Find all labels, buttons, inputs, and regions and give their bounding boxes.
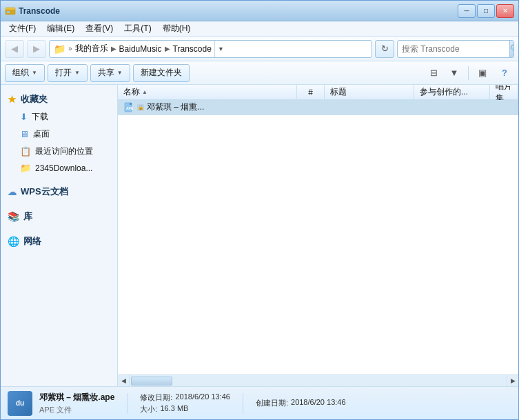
open-button[interactable]: 打开 ▼ [48, 64, 88, 82]
window-title: Transcode [19, 6, 458, 16]
status-modified-label: 修改日期: 2018/6/20 13:46 [140, 392, 230, 403]
sidebar-network-header[interactable]: 🌐 网络 [1, 232, 117, 250]
status-file-info: 邓紫琪 – 烟熏妆.ape APE 文件 [39, 392, 114, 415]
col-name-sort: ▲ [142, 89, 147, 95]
menu-view[interactable]: 查看(V) [80, 21, 119, 36]
file-name: 邓紫琪 – 烟熏... [147, 101, 204, 113]
status-file-icon: du [8, 391, 32, 416]
status-created-row: 创建日期: 2018/6/20 13:46 [256, 398, 346, 408]
sidebar-recent-label: 最近访问的位置 [35, 146, 93, 157]
desktop-icon: 🖥 [20, 129, 29, 139]
sidebar-network-section: 🌐 网络 [1, 232, 117, 250]
status-created: 创建日期: 2018/6/20 13:46 [256, 398, 346, 408]
sidebar-item-recent[interactable]: 📋 最近访问的位置 [1, 143, 117, 160]
recent-icon: 📋 [20, 146, 31, 157]
status-divider-2 [243, 393, 243, 414]
col-number-label: # [308, 88, 313, 97]
newfolder-label: 新建文件夹 [141, 67, 182, 79]
sidebar-library-section: 📚 库 [1, 208, 117, 226]
menu-tools[interactable]: 工具(T) [119, 21, 156, 36]
breadcrumb-mymusic[interactable]: 我的音乐 [75, 43, 108, 54]
download-folder-icon: ⬇ [20, 112, 28, 122]
search-input[interactable] [398, 44, 509, 54]
file-icon: APE [123, 102, 134, 113]
table-row[interactable]: APE 🔒 邓紫琪 – 烟熏... [118, 100, 518, 115]
column-header: 名称 ▲ # 标题 参与创作的... 唱片集 [118, 85, 518, 100]
sidebar-download-label: 下载 [32, 111, 48, 123]
organize-button[interactable]: 组织 ▼ [5, 64, 45, 82]
file-list: APE 🔒 邓紫琪 – 烟熏... [118, 100, 518, 374]
forward-button[interactable]: ▶ [27, 40, 46, 58]
breadcrumb-transcode[interactable]: Transcode [173, 44, 212, 54]
sidebar-item-download[interactable]: ⬇ 下载 [1, 108, 117, 126]
col-header-number[interactable]: # [297, 85, 325, 99]
newfolder-button[interactable]: 新建文件夹 [133, 64, 190, 82]
star-icon: ★ [8, 94, 17, 105]
col-title-label: 标题 [330, 86, 347, 98]
svg-rect-1 [6, 8, 15, 10]
open-label: 打开 [55, 67, 72, 79]
breadcrumb-bar[interactable]: 📁 » 我的音乐 ▶ BaiduMusic ▶ Transcode ▼ [49, 40, 372, 58]
window: Transcode ─ □ ✕ 文件(F) 编辑(E) 查看(V) 工具(T) … [0, 0, 519, 420]
sidebar-wps-header[interactable]: ☁ WPS云文档 [1, 183, 117, 201]
sidebar-wps-section: ☁ WPS云文档 [1, 183, 117, 201]
file-num-cell [297, 100, 325, 114]
hscroll-track[interactable] [130, 375, 507, 387]
col-header-artist[interactable]: 参与创作的... [414, 85, 490, 99]
svg-text:APE: APE [126, 106, 134, 110]
status-divider-1 [127, 393, 128, 414]
organize-label: 组织 [12, 67, 29, 79]
sidebar-favorites-label: 收藏夹 [21, 93, 48, 106]
view-details-button[interactable]: ▼ [445, 64, 464, 82]
toolbar: ◀ ▶ 📁 » 我的音乐 ▶ BaiduMusic ▶ Transcode ▼ … [1, 37, 518, 61]
col-header-name[interactable]: 名称 ▲ [118, 85, 297, 99]
organize-arrow: ▼ [32, 70, 37, 76]
sidebar-item-2345[interactable]: 📁 2345Downloa... [1, 160, 117, 176]
search-bar: 🔍 [397, 40, 514, 58]
col-header-title[interactable]: 标题 [325, 85, 414, 99]
sidebar-2345-label: 2345Downloa... [35, 163, 92, 173]
horizontal-scrollbar[interactable]: ◀ ▶ [118, 374, 518, 386]
sidebar-favorites-section: ★ 收藏夹 ⬇ 下载 🖥 桌面 📋 最近访问的位置 📁 2345Dow [1, 90, 117, 176]
window-icon [5, 6, 16, 17]
view-list-button[interactable]: ⊟ [424, 64, 443, 82]
window-controls: ─ □ ✕ [458, 4, 514, 18]
file-album-cell [490, 100, 518, 114]
refresh-button[interactable]: ↻ [375, 40, 394, 58]
share-button[interactable]: 共享 ▼ [90, 64, 130, 82]
breadcrumb-dropdown-button[interactable]: ▼ [214, 41, 227, 57]
sidebar-favorites-header[interactable]: ★ 收藏夹 [1, 90, 117, 108]
sidebar-library-label: 库 [23, 210, 32, 223]
breadcrumb-baidumusic[interactable]: BaiduMusic [119, 44, 162, 54]
file-pane: 名称 ▲ # 标题 参与创作的... 唱片集 [118, 85, 518, 386]
menu-edit[interactable]: 编辑(E) [41, 21, 80, 36]
svg-rect-4 [130, 103, 132, 105]
view-icons: ⊟ ▼ [424, 64, 464, 82]
share-label: 共享 [98, 67, 114, 79]
search-button[interactable]: 🔍 [509, 41, 514, 57]
menu-file[interactable]: 文件(F) [3, 21, 41, 36]
hscroll-right-button[interactable]: ▶ [507, 375, 518, 387]
col-header-album[interactable]: 唱片集 [490, 85, 518, 99]
sidebar: ★ 收藏夹 ⬇ 下载 🖥 桌面 📋 最近访问的位置 📁 2345Dow [1, 85, 118, 386]
file-name-cell: APE 🔒 邓紫琪 – 烟熏... [118, 100, 297, 114]
svg-rect-2 [7, 11, 10, 13]
breadcrumb-sep2: ▶ [111, 45, 116, 52]
preview-pane-button[interactable]: ▣ [473, 64, 492, 82]
sidebar-item-desktop[interactable]: 🖥 桌面 [1, 126, 117, 143]
statusbar: du 邓紫琪 – 烟熏妆.ape APE 文件 修改日期: 2018/6/20 … [1, 386, 518, 419]
network-icon: 🌐 [8, 236, 19, 247]
close-button[interactable]: ✕ [496, 4, 514, 18]
menu-help[interactable]: 帮助(H) [157, 21, 196, 36]
maximize-button[interactable]: □ [477, 4, 495, 18]
hscroll-left-button[interactable]: ◀ [118, 375, 130, 387]
sidebar-library-header[interactable]: 📚 库 [1, 208, 117, 226]
file-artist-cell [414, 100, 490, 114]
file-title-cell [325, 100, 414, 114]
help-button[interactable]: ? [495, 64, 514, 82]
back-button[interactable]: ◀ [5, 40, 24, 58]
col-artist-label: 参与创作的... [420, 86, 468, 98]
hscroll-thumb[interactable] [131, 377, 172, 386]
library-icon: 📚 [8, 211, 19, 222]
minimize-button[interactable]: ─ [458, 4, 476, 18]
